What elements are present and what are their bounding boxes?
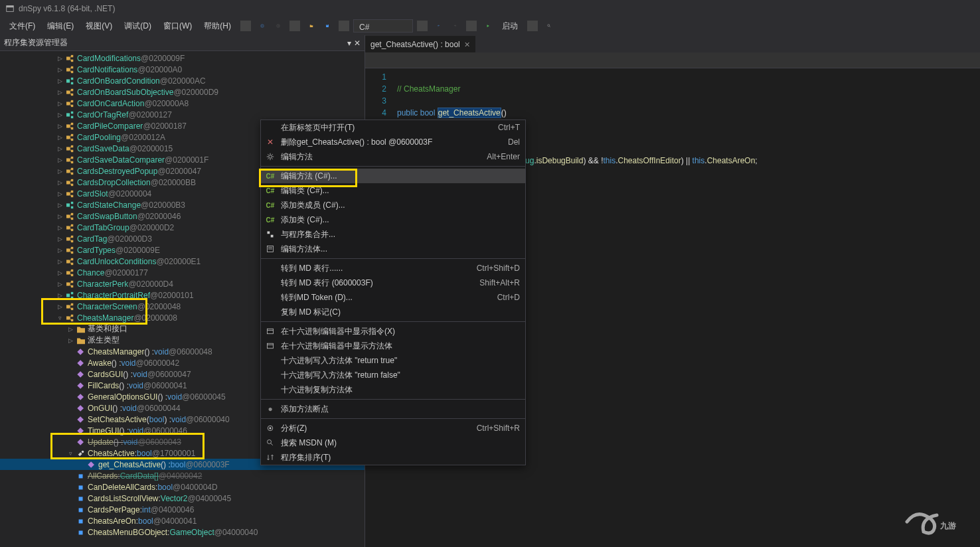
context-menu-item[interactable]: 转到MD Token (D)...Ctrl+D [261,290,525,305]
svg-line-48 [70,149,71,151]
svg-line-16 [70,67,71,69]
context-menu-item[interactable]: 在十六进制编辑器中显示指令(X) [261,324,525,339]
menu-edit[interactable]: 编辑(E) [42,18,79,35]
svg-rect-115 [66,316,70,319]
svg-line-86 [70,239,71,241]
svg-point-148 [270,428,272,430]
context-menu-item[interactable]: ✕删除get_CheatsActive() : bool @0600003FDe… [261,135,525,149]
app-icon [5,4,15,13]
svg-rect-70 [71,201,73,203]
tree-node[interactable]: ▷CardOnBoardSubObjective @020000D9 [0,86,365,98]
context-menu-item[interactable]: 编辑方法Alt+Enter [261,149,525,164]
nav-forward-icon[interactable] [271,19,286,33]
svg-line-96 [70,262,71,264]
svg-line-105 [70,281,71,283]
tab-get-cheats-active[interactable]: get_CheatsActive() : bool ✕ [365,36,475,52]
tree-node[interactable]: ▷CardOnCardAction @020000A8 [0,98,365,109]
svg-rect-46 [71,149,73,151]
menu-file[interactable]: 文件(F) [4,18,41,35]
svg-point-2 [261,25,264,28]
context-menu-item[interactable]: 复制 MD 标记(C) [261,305,525,319]
svg-rect-34 [66,124,70,127]
panel-dropdown-icon[interactable]: ▾ [347,39,351,48]
context-menu-item[interactable]: 十六进制复制方法体 [261,382,525,397]
tab-close-icon[interactable]: ✕ [464,40,470,49]
tree-node[interactable]: CardsListScrollView : Vector2 @04000045 [0,493,365,504]
svg-rect-44 [66,147,70,150]
open-icon[interactable] [304,19,319,33]
svg-rect-26 [66,102,70,105]
svg-rect-126 [77,416,84,423]
context-menu[interactable]: 在新标签页中打开(T)Ctrl+T✕删除get_CheatsActive() :… [260,119,526,465]
svg-rect-33 [71,116,73,117]
language-combo[interactable]: C# [353,19,413,33]
context-menu-item[interactable]: 程序集排序(T) [261,450,525,465]
context-menu-item[interactable]: C#添加类成员 (C#)... [261,198,525,212]
menu-window[interactable]: 窗口(W) [158,18,197,35]
context-menu-item[interactable]: 在十六进制编辑器中显示方法体 [261,339,525,353]
menu-help[interactable]: 帮助(H) [199,18,236,35]
tree-node[interactable]: ▷CardOrTagRef @02000127 [0,109,365,120]
svg-line-68 [70,194,71,196]
tree-node[interactable]: CheatsMenuBGObject : GameObject @0400004… [0,526,365,538]
nav-back-icon[interactable] [255,19,270,33]
context-menu-item[interactable]: 搜索 MSDN (M) [261,435,525,450]
tree-node[interactable]: AllCards : CardData[] @04000042 [0,470,365,481]
tree-node[interactable]: ▷CardNotifications @020000A0 [0,64,365,75]
svg-rect-84 [71,240,73,242]
context-menu-item[interactable]: C#编辑类 (C#)... [261,183,525,198]
tree-node[interactable]: ▷CardOnBoardCondition @020000AC [0,75,365,86]
svg-rect-55 [71,167,73,169]
svg-rect-102 [66,282,70,285]
context-menu-item[interactable]: 转到 MD 表行......Ctrl+Shift+D [261,261,525,275]
tree-node[interactable]: CheatsAreOn : bool @04000041 [0,515,365,526]
menu-debug[interactable]: 调试(D) [119,18,157,35]
svg-line-58 [70,171,71,173]
svg-rect-35 [71,122,73,124]
svg-rect-10 [71,59,73,61]
panel-close-icon[interactable]: ✕ [354,39,361,48]
context-menu-item[interactable]: 十六进制写入方法体 "return false" [261,368,525,382]
start-icon[interactable] [481,19,495,33]
svg-line-106 [70,284,71,286]
start-label[interactable]: 启动 [497,18,523,35]
svg-rect-82 [66,237,70,240]
svg-rect-79 [71,228,73,230]
svg-rect-23 [71,93,73,95]
tree-node[interactable]: CardsPerPage : int @04000046 [0,504,365,515]
context-menu-item[interactable]: ●添加方法断点 [261,402,525,416]
context-menu-item[interactable]: 转到 MD 表行 (0600003F)Shift+Alt+R [261,275,525,290]
svg-line-42 [70,135,71,137]
tree-node[interactable]: ▷CardModifications @0200009F [0,52,365,64]
context-menu-item[interactable]: 十六进制写入方法体 "return true" [261,353,525,368]
context-menu-item[interactable]: C#编辑方法 (C#)... [261,169,525,183]
svg-line-91 [70,250,71,252]
svg-line-12 [70,58,71,60]
svg-rect-14 [71,66,73,68]
undo-icon[interactable] [432,19,446,33]
tree-node[interactable]: CanDeleteAllCards : bool @0400004D [0,481,365,493]
menu-view[interactable]: 视图(V) [80,18,118,35]
svg-rect-112 [71,307,73,309]
context-menu-item[interactable]: 在新标签页中打开(T)Ctrl+T [261,120,525,135]
svg-rect-124 [77,394,84,400]
svg-rect-40 [71,133,73,135]
save-all-icon[interactable] [320,19,335,33]
svg-point-149 [268,440,272,444]
svg-rect-13 [66,68,70,71]
context-menu-item[interactable]: C#添加类 (C#)... [261,212,525,227]
svg-rect-61 [71,183,73,185]
svg-rect-9 [71,54,73,56]
svg-rect-65 [71,190,73,192]
svg-line-43 [70,137,71,139]
context-menu-item[interactable]: 编辑方法体... [261,242,525,256]
context-menu-item[interactable]: 与程序集合并... [261,227,525,242]
svg-line-11 [70,56,71,58]
context-menu-item[interactable]: 分析(Z)Ctrl+Shift+R [261,421,525,435]
svg-rect-130 [88,461,94,468]
search-icon[interactable] [542,19,556,33]
svg-rect-136 [79,530,83,534]
svg-line-25 [70,92,71,94]
redo-icon[interactable] [448,19,462,33]
svg-rect-138 [268,232,270,234]
